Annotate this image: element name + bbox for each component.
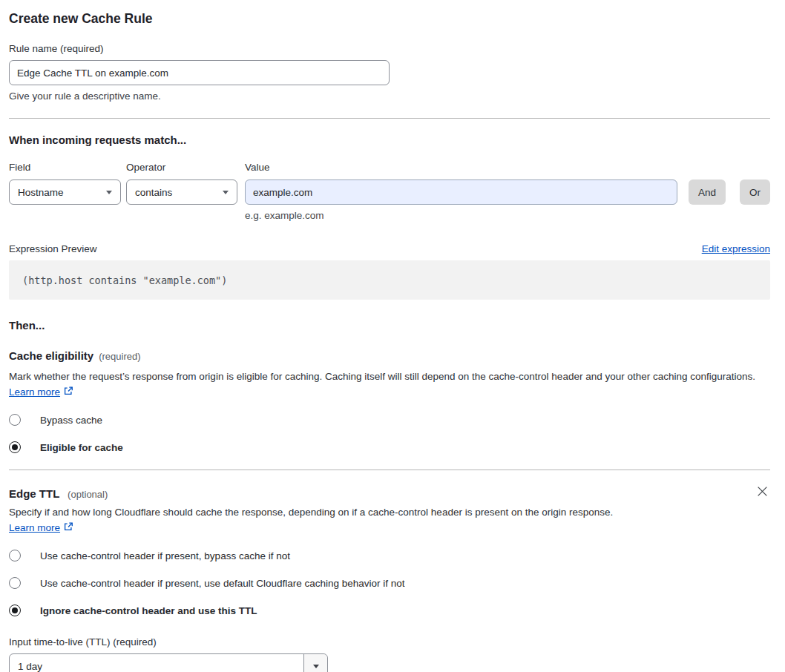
- chevron-down-icon: [313, 665, 319, 668]
- and-button[interactable]: And: [689, 179, 726, 205]
- rule-name-label: Rule name (required): [9, 43, 770, 54]
- section-divider: [9, 470, 770, 470]
- cache-eligibility-header: Cache eligibility (required): [9, 349, 770, 362]
- close-icon: [756, 489, 769, 500]
- operator-select[interactable]: contains: [126, 179, 237, 205]
- ttl-dropdown-button[interactable]: [303, 654, 327, 672]
- edge-ttl-description: Specify if and how long Cloudflare shoul…: [9, 504, 631, 536]
- edge-ttl-learn-more-link[interactable]: Learn more: [9, 522, 60, 533]
- external-link-icon: [63, 385, 73, 401]
- field-label: Field: [9, 162, 126, 173]
- radio-label: Eligible for cache: [40, 442, 123, 453]
- radio-label: Bypass cache: [40, 415, 102, 426]
- cache-eligibility-qualifier: (required): [99, 351, 140, 362]
- radio-bypass-cache[interactable]: Bypass cache: [9, 414, 770, 426]
- radio-label: Use cache-control header if present, byp…: [40, 550, 290, 561]
- radio-icon: [9, 577, 21, 589]
- edge-ttl-qualifier: (optional): [68, 489, 108, 500]
- match-heading: When incoming requests match...: [9, 134, 770, 146]
- radio-use-header-bypass[interactable]: Use cache-control header if present, byp…: [9, 550, 770, 561]
- ttl-label: Input time-to-live (TTL) (required): [9, 636, 770, 648]
- field-select-value: Hostname: [18, 187, 64, 198]
- edge-ttl-description-text: Specify if and how long Cloudflare shoul…: [9, 507, 613, 518]
- operator-select-value: contains: [135, 187, 172, 198]
- radio-icon: [9, 550, 21, 561]
- edge-ttl-title: Edge TTL: [9, 487, 59, 500]
- expression-preview-label: Expression Preview: [9, 243, 97, 254]
- create-cache-rule-form: Create new Cache Rule Rule name (require…: [0, 0, 785, 672]
- ttl-select[interactable]: 1 day: [9, 653, 328, 672]
- chevron-down-icon: [223, 191, 229, 194]
- cache-eligibility-description: Mark whether the request’s response from…: [9, 369, 760, 401]
- radio-icon: [9, 441, 21, 453]
- radio-use-header-default[interactable]: Use cache-control header if present, use…: [9, 577, 770, 589]
- value-hint: e.g. example.com: [245, 210, 770, 221]
- expression-code-block: (http.host contains "example.com"): [9, 260, 770, 300]
- radio-eligible-for-cache[interactable]: Eligible for cache: [9, 441, 770, 453]
- value-input[interactable]: [245, 179, 677, 205]
- chevron-down-icon: [106, 191, 112, 194]
- cache-eligibility-description-text: Mark whether the request’s response from…: [9, 371, 755, 382]
- external-link-icon: [63, 521, 73, 536]
- radio-icon: [9, 605, 21, 616]
- edit-expression-link[interactable]: Edit expression: [702, 243, 770, 254]
- cache-eligibility-learn-more-link[interactable]: Learn more: [9, 386, 60, 398]
- expression-text: (http.host contains "example.com"): [22, 274, 227, 286]
- value-label: Value: [245, 162, 770, 173]
- radio-label: Use cache-control header if present, use…: [40, 578, 405, 589]
- edge-ttl-header: Edge TTL (optional): [9, 484, 770, 500]
- match-condition-row: Hostname contains And Or: [9, 179, 770, 205]
- section-divider: [9, 118, 770, 119]
- page-title: Create new Cache Rule: [9, 10, 770, 27]
- or-button[interactable]: Or: [740, 179, 770, 205]
- radio-ignore-header-use-ttl[interactable]: Ignore cache-control header and use this…: [9, 605, 770, 616]
- rule-name-input[interactable]: [9, 60, 390, 85]
- ttl-select-value: 1 day: [18, 661, 42, 672]
- cache-eligibility-title: Cache eligibility: [9, 349, 93, 362]
- close-edge-ttl-button[interactable]: [755, 484, 770, 499]
- match-column-labels: Field Operator Value: [9, 162, 770, 173]
- radio-label: Ignore cache-control header and use this…: [40, 605, 257, 616]
- rule-name-help: Give your rule a descriptive name.: [9, 90, 770, 102]
- radio-icon: [9, 414, 21, 426]
- field-select[interactable]: Hostname: [9, 179, 121, 205]
- then-heading: Then...: [9, 319, 770, 332]
- operator-label: Operator: [126, 162, 245, 173]
